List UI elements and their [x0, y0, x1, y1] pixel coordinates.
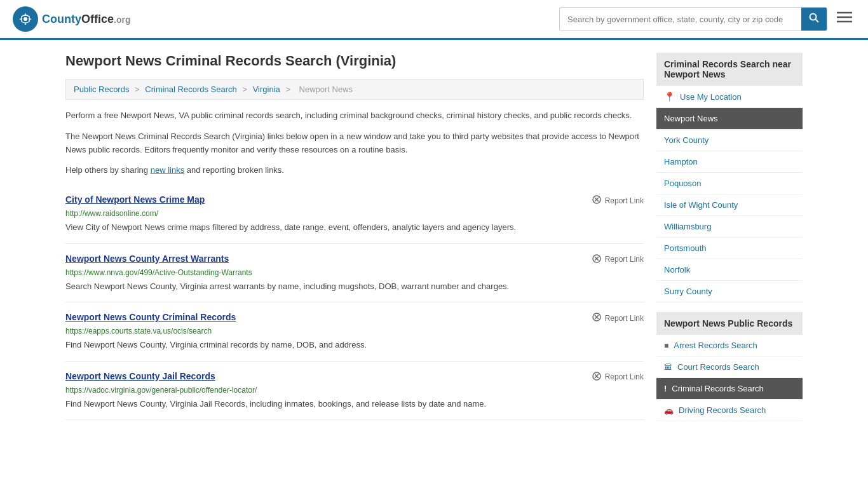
svg-point-6 — [810, 14, 817, 20]
sidebar: Criminal Records Search near Newport New… — [656, 53, 803, 431]
records-container: City of Newport News Crime Map Report Li… — [65, 185, 644, 420]
logo-icon — [13, 6, 38, 32]
public-records-header: Newport News Public Records — [656, 312, 803, 335]
nearby-item-6[interactable]: Portsmouth — [656, 238, 803, 259]
record-desc-2: Find Newport News County, Virginia crimi… — [65, 339, 644, 351]
record-header: Newport News County Criminal Records Rep… — [65, 312, 644, 324]
report-link-3[interactable]: Report Link — [592, 371, 644, 383]
nearby-item-2[interactable]: Hampton — [656, 151, 803, 173]
report-icon-1 — [592, 254, 602, 266]
svg-point-1 — [24, 17, 27, 21]
pin-icon: 📍 — [664, 92, 675, 102]
svg-line-7 — [816, 20, 819, 23]
report-label-3: Report Link — [605, 372, 644, 381]
pr-icon-3: 🚗 — [664, 406, 674, 415]
report-label-1: Report Link — [605, 255, 644, 264]
breadcrumb-virginia[interactable]: Virginia — [253, 85, 280, 94]
report-label-0: Report Link — [605, 196, 644, 205]
nearby-item-4[interactable]: Isle of Wight County — [656, 194, 803, 216]
record-entry: Newport News County Jail Records Report … — [65, 362, 644, 421]
nearby-item-7[interactable]: Norfolk — [656, 259, 803, 281]
report-label-2: Report Link — [605, 314, 644, 323]
public-records-item-1[interactable]: 🏛Court Records Search — [656, 356, 803, 378]
site-header: CountyOffice.org — [0, 0, 868, 40]
report-icon-3 — [592, 371, 602, 383]
report-link-0[interactable]: Report Link — [592, 194, 644, 207]
record-desc-3: Find Newport News County, Virginia Jail … — [65, 398, 644, 410]
breadcrumb-sep-3: > — [285, 85, 292, 94]
search-bar — [559, 7, 827, 31]
record-header: Newport News County Jail Records Report … — [65, 371, 644, 383]
record-title-2[interactable]: Newport News County Criminal Records — [65, 312, 236, 322]
nearby-item-3[interactable]: Poquoson — [656, 173, 803, 194]
nearby-item-5[interactable]: Williamsburg — [656, 216, 803, 238]
record-entry: City of Newport News Crime Map Report Li… — [65, 185, 644, 244]
breadcrumb-sep-1: > — [135, 85, 142, 94]
breadcrumb-public-records[interactable]: Public Records — [74, 85, 129, 94]
pr-label-0: Arrest Records Search — [674, 341, 757, 350]
header-right — [559, 7, 855, 31]
main-container: Newport News Criminal Records Search (Vi… — [53, 40, 815, 444]
record-desc-0: View City of Newport News crime maps fil… — [65, 221, 644, 234]
nearby-header: Criminal Records Search near Newport New… — [656, 53, 803, 86]
search-button[interactable] — [801, 8, 827, 30]
public-records-item-0[interactable]: ■Arrest Records Search — [656, 335, 803, 356]
report-link-1[interactable]: Report Link — [592, 254, 644, 266]
description-para2: The Newport News Criminal Records Search… — [65, 130, 644, 157]
record-header: Newport News County Arrest Warrants Repo… — [65, 254, 644, 266]
public-records-section: Newport News Public Records ■Arrest Reco… — [656, 312, 803, 421]
record-url-0[interactable]: http://www.raidsonline.com/ — [65, 209, 644, 218]
report-link-2[interactable]: Report Link — [592, 312, 644, 324]
record-title-3[interactable]: Newport News County Jail Records — [65, 371, 215, 381]
record-url-2[interactable]: https://eapps.courts.state.va.us/ocis/se… — [65, 327, 644, 336]
record-header: City of Newport News Crime Map Report Li… — [65, 194, 644, 207]
record-entry: Newport News County Criminal Records Rep… — [65, 302, 644, 362]
record-desc-1: Search Newport News County, Virginia arr… — [65, 280, 644, 293]
public-records-item-2[interactable]: !Criminal Records Search — [656, 378, 803, 400]
record-url-1[interactable]: https://www.nnva.gov/499/Active-Outstand… — [65, 268, 644, 277]
breadcrumb-current: Newport News — [299, 85, 353, 94]
description-para1: Perform a free Newport News, VA public c… — [65, 109, 644, 123]
record-entry: Newport News County Arrest Warrants Repo… — [65, 244, 644, 303]
nearby-items-container: Newport NewsYork CountyHamptonPoquosonIs… — [656, 108, 803, 302]
page-title: Newport News Criminal Records Search (Vi… — [65, 53, 644, 69]
report-icon-0 — [592, 194, 602, 207]
record-url-3[interactable]: https://vadoc.virginia.gov/general-publi… — [65, 386, 644, 395]
main-content: Newport News Criminal Records Search (Vi… — [65, 53, 644, 431]
pr-label-3: Driving Records Search — [679, 405, 766, 415]
public-records-item-3[interactable]: 🚗Driving Records Search — [656, 400, 803, 421]
nearby-section: Criminal Records Search near Newport New… — [656, 53, 803, 302]
description-para3-prefix: Help others by sharing — [65, 165, 151, 175]
logo-area[interactable]: CountyOffice.org — [13, 6, 130, 32]
description-para3: Help others by sharing new links and rep… — [65, 164, 644, 177]
public-records-container: ■Arrest Records Search🏛Court Records Sea… — [656, 335, 803, 421]
logo-text: CountyOffice.org — [42, 13, 130, 25]
pr-icon-0: ■ — [664, 341, 668, 350]
pr-icon-1: 🏛 — [664, 362, 672, 372]
new-links-link[interactable]: new links — [151, 165, 184, 175]
use-location-label: Use My Location — [680, 92, 742, 102]
pr-label-2: Criminal Records Search — [672, 384, 764, 393]
description-para3-suffix: and reporting broken links. — [184, 165, 284, 175]
breadcrumb: Public Records > Criminal Records Search… — [65, 79, 644, 100]
search-input[interactable] — [560, 10, 801, 29]
report-icon-2 — [592, 312, 602, 324]
use-location-item[interactable]: 📍 Use My Location — [656, 86, 803, 108]
record-title-0[interactable]: City of Newport News Crime Map — [65, 194, 205, 205]
nearby-item-0[interactable]: Newport News — [656, 108, 803, 130]
pr-label-1: Court Records Search — [677, 362, 759, 372]
pr-icon-2: ! — [664, 384, 667, 393]
menu-icon[interactable] — [834, 8, 855, 30]
breadcrumb-sep-2: > — [242, 85, 249, 94]
nearby-item-1[interactable]: York County — [656, 130, 803, 151]
breadcrumb-criminal-records[interactable]: Criminal Records Search — [145, 85, 237, 94]
record-title-1[interactable]: Newport News County Arrest Warrants — [65, 254, 229, 264]
nearby-item-8[interactable]: Surry County — [656, 281, 803, 302]
